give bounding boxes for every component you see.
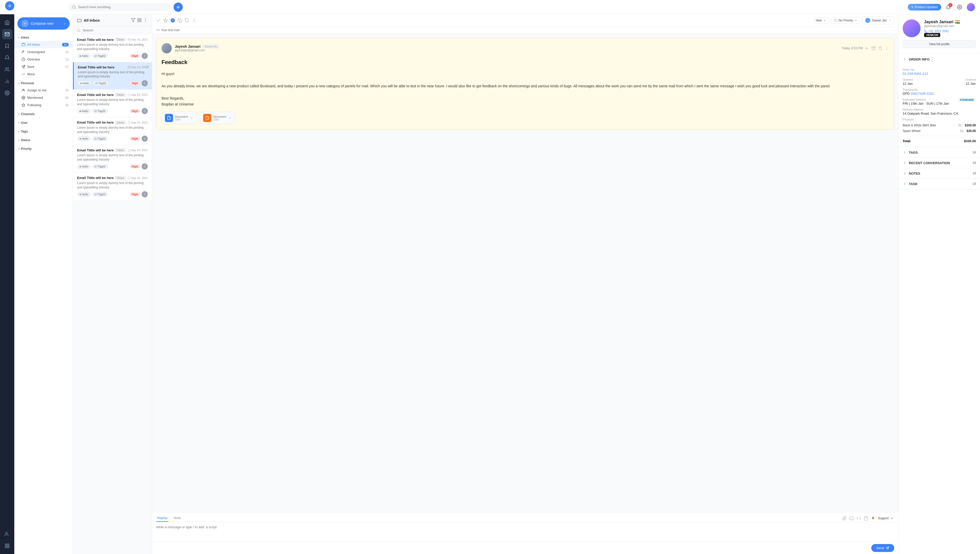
svg-point-49 bbox=[194, 19, 194, 19]
order-info-header[interactable]: ORDER INFO ⋮ bbox=[899, 53, 980, 65]
email-card-4[interactable]: Email Tittle will be here Close Sep 14, … bbox=[73, 118, 152, 145]
star-icon[interactable] bbox=[163, 18, 168, 23]
reply-calendar-icon[interactable] bbox=[864, 516, 868, 521]
email-card-2[interactable]: Email Tittle will be here Sep 14, 2021 L… bbox=[73, 62, 152, 90]
priority-dropdown[interactable]: No Priority bbox=[831, 17, 860, 24]
view-profile-button[interactable]: View full profile bbox=[903, 40, 976, 48]
attachment-2-expand-icon[interactable] bbox=[228, 116, 232, 120]
support-dropdown[interactable]: Support bbox=[878, 516, 894, 521]
status-group[interactable]: › Status bbox=[14, 137, 73, 143]
reply-tab[interactable]: Replay bbox=[156, 514, 169, 522]
email-card-6-close[interactable]: Close bbox=[115, 176, 126, 180]
more-icon[interactable] bbox=[192, 18, 197, 23]
grid-icon[interactable] bbox=[137, 18, 142, 22]
archive-icon[interactable] bbox=[872, 46, 876, 50]
email-card-5[interactable]: Email Tittle will be here Close Sep 14, … bbox=[73, 145, 152, 173]
inbox-group[interactable]: › Inbox bbox=[14, 34, 73, 41]
clock-active-icon[interactable] bbox=[170, 18, 175, 23]
email-card-3-close[interactable]: Close bbox=[115, 93, 126, 97]
nav-team[interactable] bbox=[2, 529, 12, 539]
nav-home[interactable] bbox=[2, 18, 12, 27]
assign-to-me-item[interactable]: Assign to me 15 bbox=[14, 86, 73, 94]
support-label: Support bbox=[878, 516, 889, 520]
order-dots-icon[interactable]: ⋮ bbox=[930, 56, 934, 62]
priority-group[interactable]: › Priority bbox=[14, 145, 73, 152]
order-number-item: Order No. 01-234-5481-112 bbox=[903, 68, 928, 76]
nav-analytics[interactable] bbox=[2, 541, 12, 551]
recent-conv-header[interactable]: RECENT CONVERSATION 14 bbox=[899, 158, 980, 168]
order-info-label: ORDER INFO bbox=[909, 57, 930, 61]
settings-icon[interactable] bbox=[956, 3, 964, 11]
svg-rect-55 bbox=[872, 47, 876, 48]
more-options-icon[interactable] bbox=[143, 18, 148, 22]
channels-group[interactable]: › Channels bbox=[14, 111, 73, 118]
profile-email: jayeshjan@gmail.com bbox=[924, 24, 976, 28]
email-card-2-tag2: 🏷 Tag02 bbox=[93, 81, 109, 86]
email-card-6[interactable]: Email Tittle will be here Close Sep 14, … bbox=[73, 173, 152, 201]
send-button[interactable]: Send bbox=[871, 544, 894, 552]
nav-bookmarks[interactable] bbox=[2, 41, 12, 51]
unassigned-item[interactable]: Unassigned 12 bbox=[14, 48, 73, 56]
product-2-name: Spare Wheel bbox=[903, 129, 920, 133]
tags-group[interactable]: › Tags bbox=[14, 128, 73, 135]
all-inbox-item[interactable]: All Inbox 15 bbox=[14, 41, 73, 48]
sent-item[interactable]: Sent 17 bbox=[14, 63, 73, 70]
tag-icon[interactable] bbox=[185, 18, 189, 23]
nav-contacts[interactable] bbox=[2, 64, 12, 75]
email-card-1-close[interactable]: Close bbox=[115, 38, 126, 41]
user-avatar[interactable] bbox=[967, 3, 975, 11]
svg-point-0 bbox=[9, 5, 11, 6]
email-list: Email Tittle will be here Close Sep 14, … bbox=[73, 35, 152, 554]
check-icon[interactable] bbox=[156, 18, 161, 23]
reply-fire-icon[interactable] bbox=[871, 516, 875, 521]
copy-icon[interactable] bbox=[178, 18, 182, 23]
email-search-input[interactable] bbox=[83, 28, 148, 32]
assignee-dropdown[interactable]: Sawan Jes bbox=[862, 16, 894, 24]
mentioned-item[interactable]: Mentioned 01 bbox=[14, 94, 73, 101]
notifications-icon[interactable]: 3 bbox=[944, 3, 953, 11]
notes-header[interactable]: NOTES 14 bbox=[899, 168, 980, 178]
trash-icon[interactable] bbox=[878, 46, 882, 50]
nav-settings[interactable] bbox=[2, 88, 12, 98]
email-card-3[interactable]: Email Tittle will be here Close Sep 14, … bbox=[73, 90, 152, 118]
email-card-4-header: Email Tittle will be here Close Sep 14, … bbox=[77, 121, 148, 124]
attachment-1-expand-icon[interactable] bbox=[190, 116, 193, 120]
profile-phone: +91 3321 2341 bbox=[924, 29, 976, 33]
nav-reports[interactable] bbox=[2, 76, 12, 86]
following-item[interactable]: Following 01 bbox=[14, 101, 73, 109]
reply-textarea[interactable] bbox=[156, 525, 894, 538]
more-msg-icon[interactable] bbox=[885, 46, 889, 50]
attachment-2[interactable]: Document 50kb bbox=[200, 111, 235, 124]
global-search-bar[interactable] bbox=[68, 3, 170, 11]
email-card-4-close[interactable]: Close bbox=[115, 121, 126, 124]
more-item[interactable]: More bbox=[14, 70, 73, 78]
notes-expand-icon bbox=[903, 171, 907, 175]
tags-section-header[interactable]: TAGS 14 bbox=[899, 147, 980, 158]
overdue-item[interactable]: Overdue 13 bbox=[14, 56, 73, 63]
task-header[interactable]: TASK 14 bbox=[899, 179, 980, 189]
filter-icon[interactable] bbox=[131, 18, 135, 22]
reply-attach-icon[interactable] bbox=[842, 516, 847, 521]
email-card-2-close-x[interactable]: ✕ bbox=[146, 65, 149, 69]
svg-rect-24 bbox=[78, 19, 81, 22]
app-logo[interactable] bbox=[5, 1, 14, 11]
personal-group[interactable]: › Personal bbox=[14, 80, 73, 86]
attachment-1[interactable]: Document 50kb bbox=[162, 111, 197, 124]
email-card-2-date: Sep 14, 2021 bbox=[127, 65, 148, 68]
global-search-input[interactable] bbox=[78, 5, 167, 9]
nav-inbox[interactable] bbox=[2, 29, 12, 39]
reply-icon[interactable] bbox=[865, 46, 869, 50]
note-tab[interactable]: Note bbox=[172, 514, 181, 522]
tracking-value: DPD 34817439-2231 bbox=[903, 92, 934, 96]
product-updates-button[interactable]: Product Updates bbox=[908, 4, 941, 11]
reply-emoji-icon[interactable] bbox=[850, 516, 854, 521]
email-card-1[interactable]: Email Tittle will be here Close Sep 14, … bbox=[73, 35, 152, 62]
message-timestamp: Today, 6:53 PM bbox=[842, 46, 863, 50]
compose-plus-button[interactable] bbox=[173, 3, 183, 12]
compose-new-button[interactable]: Compose new › bbox=[18, 18, 70, 30]
status-new-dropdown[interactable]: New bbox=[813, 17, 829, 24]
reply-code-icon[interactable] bbox=[856, 516, 861, 521]
nav-notifications[interactable] bbox=[2, 53, 12, 63]
user-group[interactable]: › User bbox=[14, 119, 73, 126]
email-card-5-close[interactable]: Close bbox=[115, 148, 126, 152]
